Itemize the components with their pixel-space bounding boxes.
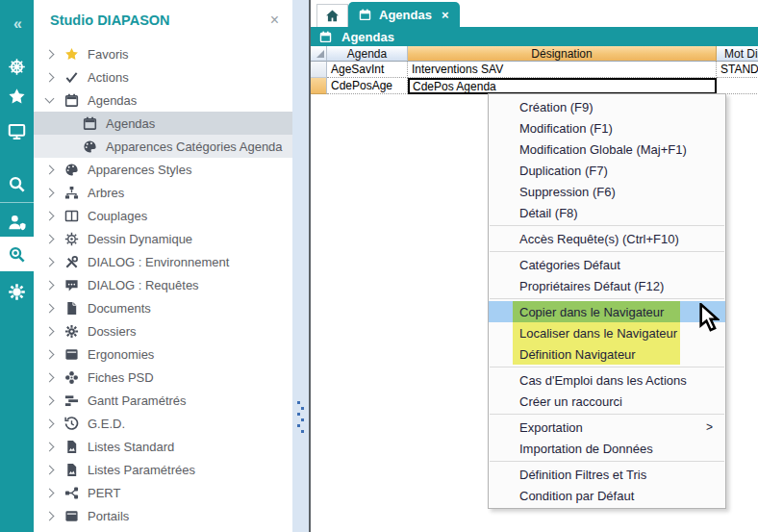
grid-corner-cell[interactable] bbox=[311, 46, 327, 62]
search-icon bbox=[8, 175, 26, 193]
settings-button[interactable] bbox=[0, 277, 34, 306]
cell-mot-directeur[interactable] bbox=[717, 78, 758, 94]
helm-wheel-icon-button[interactable] bbox=[0, 52, 34, 81]
chevron-right-icon[interactable] bbox=[45, 418, 55, 428]
sidebar-item-documents[interactable]: Documents bbox=[34, 296, 292, 319]
column-header-mot-directeur[interactable]: Mot Directeur bbox=[717, 46, 758, 62]
panel-divider-line bbox=[309, 0, 311, 532]
sidebar-item-couplages[interactable]: Couplages bbox=[34, 204, 292, 227]
chevron-right-icon[interactable] bbox=[45, 349, 55, 359]
chevron-right-icon[interactable] bbox=[45, 511, 55, 520]
row-header-current[interactable] bbox=[311, 78, 327, 94]
sidebar-item-ergonomies[interactable]: Ergonomies bbox=[34, 342, 292, 366]
gantt-bars-icon bbox=[63, 393, 79, 408]
user-security-button[interactable] bbox=[0, 208, 34, 237]
sidebar-item-dialog-requetes[interactable]: DIALOG : Requêtes bbox=[34, 273, 292, 296]
cell-designation[interactable]: Interventions SAV bbox=[408, 62, 717, 78]
chevron-right-icon[interactable] bbox=[45, 280, 55, 290]
row-header[interactable] bbox=[311, 62, 327, 78]
chevron-right-icon[interactable] bbox=[45, 395, 55, 405]
sidebar-item-listes-standard[interactable]: Listes Standard bbox=[34, 435, 292, 458]
sidebar-item-fiches-psd[interactable]: Fiches PSD bbox=[34, 366, 292, 389]
menu-item-exportation[interactable]: Exportation> bbox=[489, 417, 725, 438]
sidebar-item-label: Listes Paramétrées bbox=[88, 463, 195, 477]
tab-close-icon[interactable]: × bbox=[442, 8, 449, 22]
monitor-button[interactable] bbox=[0, 116, 34, 145]
studio-search-button-active[interactable] bbox=[0, 237, 34, 271]
menu-item-definition-navigateur[interactable]: Définition Navigateur bbox=[489, 343, 725, 365]
calendar-icon bbox=[82, 115, 97, 131]
chevron-right-icon[interactable] bbox=[45, 442, 55, 451]
search-pin-icon bbox=[8, 245, 26, 264]
menu-item-duplication[interactable]: Duplication (F7) bbox=[489, 160, 725, 181]
cell-mot-directeur[interactable]: STANDARD bbox=[717, 62, 758, 78]
chevron-right-icon[interactable] bbox=[45, 303, 55, 313]
sidebar-item-apparences-categories-agenda[interactable]: Apparences Catégories Agenda bbox=[34, 135, 292, 158]
cell-agenda[interactable]: AgeSavInt bbox=[327, 62, 408, 78]
chevron-right-icon[interactable] bbox=[45, 234, 55, 243]
file-image-icon bbox=[63, 462, 79, 477]
calendar-icon bbox=[63, 92, 79, 108]
sidebar-item-ged[interactable]: G.E.D. bbox=[34, 412, 292, 435]
menu-item-categories-defaut[interactable]: Catégories Défaut bbox=[489, 254, 725, 275]
menu-item-modification-globale[interactable]: Modification Globale (Maj+F1) bbox=[489, 139, 725, 160]
tab-label: Agendas bbox=[379, 8, 432, 22]
search-button[interactable] bbox=[0, 169, 34, 198]
chevron-right-icon[interactable] bbox=[45, 49, 55, 59]
chevron-right-icon[interactable] bbox=[45, 211, 55, 220]
menu-item-creation[interactable]: Création (F9) bbox=[489, 96, 725, 117]
sidebar-item-agendas-child[interactable]: Agendas bbox=[34, 112, 292, 135]
menu-item-cas-demploi-dans-les-actions[interactable]: Cas d'Emploi dans les Actions bbox=[489, 369, 725, 391]
column-header-agenda[interactable]: Agenda bbox=[327, 46, 408, 62]
sidebar-item-dessin-dynamique[interactable]: Dessin Dynamique bbox=[34, 227, 292, 250]
sidebar-item-pert[interactable]: PERT bbox=[34, 481, 292, 504]
chevron-down-icon[interactable] bbox=[45, 94, 55, 104]
sidebar-item-arbres[interactable]: Arbres bbox=[34, 181, 292, 204]
sidebar-item-actions[interactable]: Actions bbox=[34, 65, 292, 89]
menu-item-suppression[interactable]: Suppression (F6) bbox=[489, 181, 725, 202]
menu-item-definition-filtres-et-tris[interactable]: Définition Filtres et Tris bbox=[489, 464, 725, 485]
sidebar-item-portails[interactable]: Portails bbox=[34, 504, 292, 527]
menu-item-proprietaires-defaut[interactable]: Propriétaires Défaut (F12) bbox=[489, 275, 725, 296]
menu-item-label: Catégories Défaut bbox=[519, 258, 620, 272]
menu-item-detail[interactable]: Détail (F8) bbox=[489, 202, 725, 223]
chevron-right-icon[interactable] bbox=[45, 465, 55, 474]
panel-splitter[interactable] bbox=[292, 0, 309, 532]
menu-item-label: Modification (F1) bbox=[519, 121, 613, 136]
window-icon bbox=[63, 508, 79, 523]
chevron-right-icon[interactable] bbox=[45, 257, 55, 266]
collapse-panel-button[interactable]: « bbox=[0, 10, 34, 38]
menu-item-creer-un-raccourci[interactable]: Créer un raccourci bbox=[489, 391, 725, 412]
chevron-right-icon[interactable] bbox=[45, 326, 55, 336]
sidebar-item-dossiers[interactable]: Dossiers bbox=[34, 319, 292, 342]
sidebar-item-agendas[interactable]: Agendas bbox=[34, 89, 292, 112]
sidebar-item-listes-parametrees[interactable]: Listes Paramétrées bbox=[34, 458, 292, 481]
menu-item-copier-dans-le-navigateur[interactable]: Copier dans le Navigateur bbox=[489, 301, 725, 322]
menu-item-importation-de-donnees[interactable]: Importation de Données bbox=[489, 438, 725, 459]
chevron-right-icon[interactable] bbox=[45, 165, 55, 174]
sidebar-item-label: Agendas bbox=[106, 116, 155, 131]
column-header-designation[interactable]: Désignation bbox=[408, 46, 717, 62]
view-title: Agendas bbox=[341, 30, 394, 44]
favorites-star-button[interactable] bbox=[0, 82, 34, 111]
grid-row-current: CdePosAge CdePos Agenda bbox=[311, 78, 758, 94]
cell-designation-editing[interactable]: CdePos Agenda bbox=[408, 78, 717, 94]
menu-item-localiser-dans-le-navigateur[interactable]: Localiser dans le Navigateur bbox=[489, 322, 725, 343]
sidebar-item-gantt-parametres[interactable]: Gantt Paramétrés bbox=[34, 389, 292, 412]
tab-home[interactable] bbox=[316, 4, 348, 27]
sidebar-item-apparences-styles[interactable]: Apparences Styles bbox=[34, 158, 292, 181]
close-panel-button[interactable]: × bbox=[270, 12, 279, 29]
sidebar-item-dialog-environnement[interactable]: DIALOG : Environnement bbox=[34, 250, 292, 273]
corner-triangle-icon bbox=[316, 50, 324, 58]
columns-icon bbox=[63, 208, 79, 223]
sidebar-item-favoris[interactable]: Favoris bbox=[34, 42, 292, 65]
chevron-right-icon[interactable] bbox=[45, 488, 55, 497]
menu-item-acces-requetes[interactable]: Accès Requête(s) (Ctrl+F10) bbox=[489, 228, 725, 249]
tab-agendas[interactable]: Agendas × bbox=[348, 2, 460, 27]
cell-agenda[interactable]: CdePosAge bbox=[327, 78, 408, 94]
chevron-right-icon[interactable] bbox=[45, 72, 55, 82]
menu-item-modification[interactable]: Modification (F1) bbox=[489, 117, 725, 139]
menu-item-condition-par-defaut[interactable]: Condition par Défaut bbox=[489, 485, 725, 506]
chevron-right-icon[interactable] bbox=[45, 188, 55, 197]
chevron-right-icon[interactable] bbox=[45, 372, 55, 382]
